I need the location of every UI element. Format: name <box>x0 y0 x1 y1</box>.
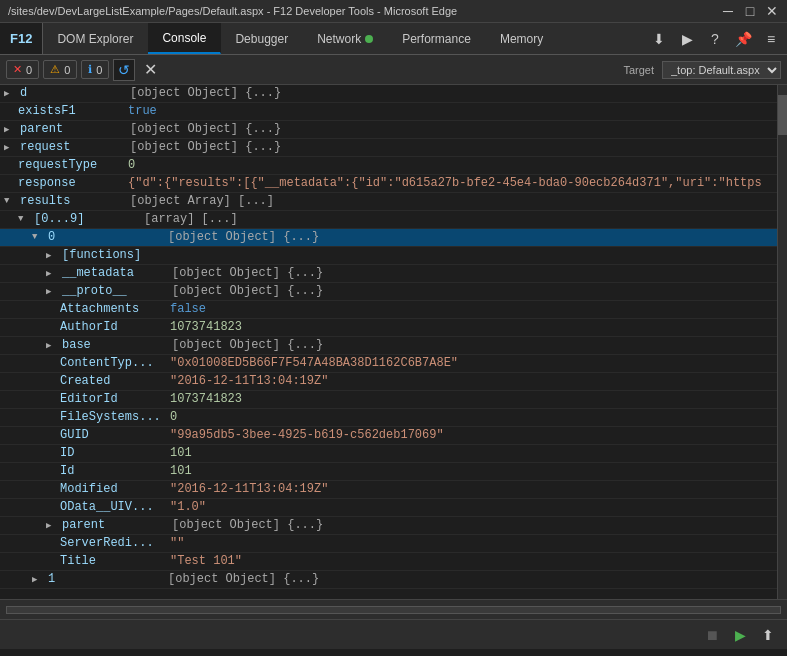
table-row[interactable]: ▶__metadata[object Object] {...} <box>0 265 777 283</box>
table-row[interactable]: EditorId1073741823 <box>0 391 777 409</box>
warn-icon: ⚠ <box>50 63 60 76</box>
table-row[interactable]: existsF1true <box>0 103 777 121</box>
expander-icon[interactable]: ▶ <box>4 122 18 135</box>
expander-icon[interactable]: ▶ <box>46 338 60 351</box>
table-row[interactable]: ID101 <box>0 445 777 463</box>
prop-value: "0x01008ED5B66F7F547A48BA38D1162C6B7A8E" <box>170 356 458 370</box>
tab-console[interactable]: Console <box>148 23 221 54</box>
maximize-button[interactable]: □ <box>743 4 757 18</box>
prop-name: FileSystems... <box>60 410 170 424</box>
table-row[interactable]: AuthorId1073741823 <box>0 319 777 337</box>
info-badge[interactable]: ℹ 0 <box>81 60 109 79</box>
info-count: 0 <box>96 64 102 76</box>
tab-f12[interactable]: F12 <box>0 23 43 54</box>
prop-name: EditorId <box>60 392 170 406</box>
console-toolbar: ✕ 0 ⚠ 0 ℹ 0 ↺ ✕ Target _top: Default.asp… <box>0 55 787 85</box>
table-row[interactable]: ▶__proto__[object Object] {...} <box>0 283 777 301</box>
tab-debugger[interactable]: Debugger <box>221 23 303 54</box>
prop-value: "99a95db5-3bee-4925-b619-c562deb17069" <box>170 428 444 442</box>
prop-name: AuthorId <box>60 320 170 334</box>
menu-icon[interactable]: ≡ <box>759 27 783 51</box>
window-title: /sites/dev/DevLargeListExample/Pages/Def… <box>8 5 457 17</box>
table-row[interactable]: Modified"2016-12-11T13:04:19Z" <box>0 481 777 499</box>
prop-value: "2016-12-11T13:04:19Z" <box>170 482 328 496</box>
table-row[interactable]: ▼0[object Object] {...} <box>0 229 777 247</box>
table-row[interactable]: ▼results[object Array] [...] <box>0 193 777 211</box>
table-row[interactable]: ▶1[object Object] {...} <box>0 571 777 589</box>
prop-name: Modified <box>60 482 170 496</box>
horizontal-scrollbar[interactable] <box>6 606 781 614</box>
bottom-toolbar: ⏹ ▶ ⬆ <box>0 619 787 649</box>
prop-name: __proto__ <box>62 284 172 298</box>
table-row[interactable]: ▼[0...9][array] [...] <box>0 211 777 229</box>
expander-icon[interactable]: ▶ <box>46 284 60 297</box>
expander-icon[interactable]: ▼ <box>18 212 32 224</box>
filter-icon[interactable]: ⬇ <box>647 27 671 51</box>
play-button[interactable]: ▶ <box>729 624 751 646</box>
expander-icon[interactable]: ▶ <box>32 572 46 585</box>
table-row[interactable]: ▶[functions] <box>0 247 777 265</box>
table-row[interactable]: ServerRedi..."" <box>0 535 777 553</box>
expander-icon[interactable]: ▼ <box>32 230 46 242</box>
prop-value: "1.0" <box>170 500 206 514</box>
title-bar: /sites/dev/DevLargeListExample/Pages/Def… <box>0 0 787 23</box>
vertical-scrollbar[interactable] <box>777 85 787 599</box>
expander-icon[interactable]: ▶ <box>46 266 60 279</box>
prop-value: [object Object] {...} <box>172 284 323 298</box>
table-row[interactable]: ▶parent[object Object] {...} <box>0 121 777 139</box>
prop-name: OData__UIV... <box>60 500 170 514</box>
target-select[interactable]: _top: Default.aspx <box>662 61 781 79</box>
table-row[interactable]: OData__UIV..."1.0" <box>0 499 777 517</box>
expand-button[interactable]: ⬆ <box>757 624 779 646</box>
tab-dom-explorer[interactable]: DOM Explorer <box>43 23 148 54</box>
prop-name: [functions] <box>62 248 172 262</box>
pin-icon[interactable]: 📌 <box>731 27 755 51</box>
prop-value: 0 <box>170 410 177 424</box>
warn-badge[interactable]: ⚠ 0 <box>43 60 77 79</box>
table-row[interactable]: ▶base[object Object] {...} <box>0 337 777 355</box>
minimize-button[interactable]: ─ <box>721 4 735 18</box>
prop-value: [object Object] {...} <box>172 266 323 280</box>
expander-icon[interactable]: ▶ <box>4 86 18 99</box>
target-label: Target <box>623 64 654 76</box>
bottom-scroll-bar <box>0 599 787 619</box>
tab-performance[interactable]: Performance <box>388 23 486 54</box>
table-row[interactable]: response{"d":{"results":[{"__metadata":{… <box>0 175 777 193</box>
table-row[interactable]: requestType0 <box>0 157 777 175</box>
prop-value: "Test 101" <box>170 554 242 568</box>
table-row[interactable]: ▶parent[object Object] {...} <box>0 517 777 535</box>
tab-network[interactable]: Network <box>303 23 388 54</box>
prop-name: __metadata <box>62 266 172 280</box>
table-row[interactable]: ContentTyp..."0x01008ED5B66F7F547A48BA38… <box>0 355 777 373</box>
table-row[interactable]: GUID"99a95db5-3bee-4925-b619-c562deb1706… <box>0 427 777 445</box>
close-button[interactable]: ✕ <box>765 4 779 18</box>
table-row[interactable]: ▶request[object Object] {...} <box>0 139 777 157</box>
warn-count: 0 <box>64 64 70 76</box>
expander-icon[interactable]: ▶ <box>46 518 60 531</box>
table-row[interactable]: Attachmentsfalse <box>0 301 777 319</box>
prop-value: [object Object] {...} <box>130 140 281 154</box>
prop-name: Created <box>60 374 170 388</box>
table-row[interactable]: Created"2016-12-11T13:04:19Z" <box>0 373 777 391</box>
prop-name: request <box>20 140 130 154</box>
table-row[interactable]: FileSystems...0 <box>0 409 777 427</box>
prop-name: ContentTyp... <box>60 356 170 370</box>
tab-memory[interactable]: Memory <box>486 23 558 54</box>
console-output[interactable]: ▶d[object Object] {...}existsF1true▶pare… <box>0 85 777 599</box>
expander-icon[interactable]: ▶ <box>46 248 60 261</box>
prop-value: {"d":{"results":[{"__metadata":{"id":"d6… <box>128 176 762 190</box>
table-row[interactable]: Id101 <box>0 463 777 481</box>
expander-icon[interactable]: ▶ <box>4 140 18 153</box>
expander-icon[interactable]: ▼ <box>4 194 18 206</box>
clear-console-button[interactable]: ✕ <box>139 59 161 81</box>
prop-name: d <box>20 86 130 100</box>
help-icon[interactable]: ? <box>703 27 727 51</box>
prop-value: true <box>128 104 157 118</box>
run-icon[interactable]: ▶ <box>675 27 699 51</box>
error-badge[interactable]: ✕ 0 <box>6 60 39 79</box>
table-row[interactable]: Title"Test 101" <box>0 553 777 571</box>
refresh-button[interactable]: ↺ <box>113 59 135 81</box>
scrollbar-thumb[interactable] <box>778 95 787 135</box>
stop-button[interactable]: ⏹ <box>701 624 723 646</box>
table-row[interactable]: ▶d[object Object] {...} <box>0 85 777 103</box>
